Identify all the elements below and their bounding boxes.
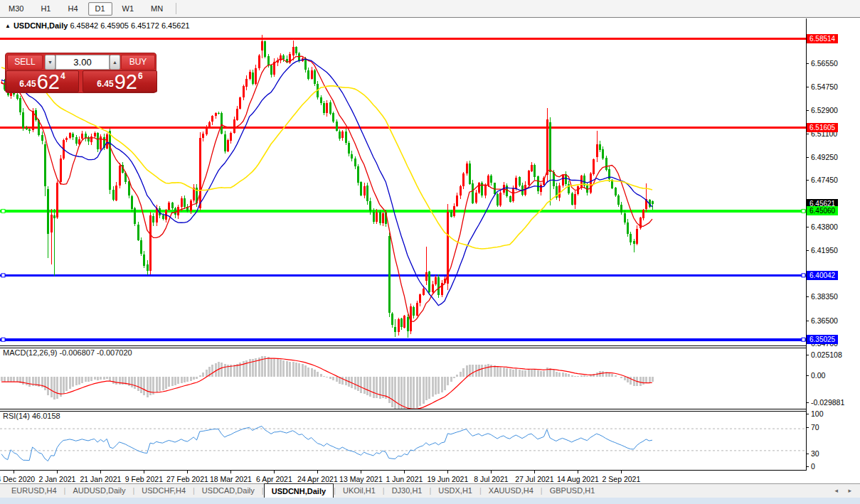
sell-price-big: 62 (37, 73, 60, 91)
candle-body (320, 97, 322, 103)
candle-body (533, 165, 536, 177)
ma-line-8 (1, 56, 652, 321)
candle-body (282, 55, 285, 59)
candle-body (270, 65, 272, 75)
volume-increase-button[interactable]: ▲ (110, 55, 120, 70)
candle-body (202, 134, 204, 138)
chart-tab-ukoil[interactable]: UKOil,H1 (336, 484, 383, 498)
candle-body (441, 283, 443, 295)
chart-tab-usdchf[interactable]: USDCHF,H4 (134, 484, 193, 498)
chart-tab-dj30[interactable]: DJ30,H1 (385, 484, 430, 498)
timeframe-button-mn[interactable]: MN (144, 2, 170, 16)
sell-button[interactable]: SELL (7, 55, 43, 70)
candle-body (323, 103, 325, 113)
candle-body (97, 133, 99, 149)
candle-body (72, 134, 74, 137)
candle-body (252, 73, 254, 84)
candle-body (341, 132, 344, 139)
candle-body (425, 272, 428, 282)
chart-tab-eurusd[interactable]: EURUSD,H4 (4, 484, 64, 498)
candle-body (608, 169, 610, 179)
volume-decrease-button[interactable]: ▼ (45, 55, 55, 70)
candle-body (143, 254, 145, 266)
hline-handle[interactable] (802, 274, 805, 277)
candle-body (156, 208, 158, 222)
candle-body (531, 165, 533, 171)
buy-price-display[interactable]: 6.45 92 6 (83, 70, 157, 92)
candle-body (56, 183, 58, 218)
candle-body (267, 56, 270, 65)
timeframe-button-w1[interactable]: W1 (115, 2, 142, 16)
candle-body (437, 277, 440, 295)
candle-body (515, 178, 517, 189)
hline-handle[interactable] (1, 274, 5, 277)
candle-body (78, 139, 80, 144)
candle-body (329, 102, 331, 114)
timeframe-button-h4[interactable]: H4 (60, 2, 85, 16)
candle-body (351, 154, 353, 159)
candle-body (633, 241, 635, 244)
candle-body (69, 133, 71, 138)
chart-tab-xauusd[interactable]: XAUUSD,H4 (482, 484, 541, 498)
candle-body (546, 119, 548, 174)
candle-body (51, 215, 53, 232)
candle-body (456, 195, 458, 206)
candle-body (233, 119, 235, 133)
sell-price-small: 6.45 (19, 79, 36, 89)
candle-body (332, 113, 334, 121)
candle-body (184, 198, 186, 206)
candle-body (490, 176, 492, 183)
hline-handle[interactable] (802, 209, 805, 213)
chart-tab-bar: EURUSD,H4|AUDUSD,Daily|USDCHF,H4|USDCAD,… (0, 483, 860, 498)
candle-body (81, 134, 83, 139)
candle-body (60, 159, 62, 182)
candle-body (590, 173, 592, 193)
candle-body (400, 318, 403, 327)
candle-body (128, 181, 130, 195)
candle-body (391, 313, 393, 326)
timeframe-toolbar: M30H1H4D1W1MN (0, 0, 860, 18)
candle-body (336, 122, 338, 131)
candle-body (245, 79, 248, 87)
candle-body (512, 188, 514, 201)
timeframe-button-h1[interactable]: H1 (33, 2, 58, 16)
candle-body (348, 143, 350, 153)
candle-body (224, 134, 226, 151)
candle-body (499, 193, 501, 205)
candle-body (261, 41, 263, 50)
candle-body (423, 289, 425, 294)
chart-tab-gbpusd[interactable]: GBPUSD,H1 (543, 484, 602, 498)
volume-input[interactable] (55, 55, 110, 70)
timeframe-button-d1[interactable]: D1 (88, 2, 112, 16)
chart-tab-audusd[interactable]: AUDUSD,Daily (65, 484, 132, 498)
hline-handle[interactable] (1, 338, 5, 341)
hline-handle[interactable] (1, 209, 5, 213)
candle-body (453, 206, 455, 216)
hline-handle[interactable] (802, 338, 805, 341)
candle-body (249, 72, 251, 79)
candle-body (605, 158, 607, 169)
candle-body (360, 182, 362, 195)
candle-body (630, 234, 632, 242)
candle-body (636, 229, 638, 244)
candle-body (549, 122, 551, 172)
candle-body (497, 194, 499, 205)
candle-body (540, 185, 542, 192)
candle-body (199, 138, 201, 208)
candle-body (373, 212, 375, 222)
buy-button[interactable]: BUY (121, 55, 155, 70)
candle-body (307, 70, 309, 79)
chart-tab-usdcad[interactable]: USDCAD,Daily (195, 484, 262, 498)
timeframe-button-m30[interactable]: M30 (1, 2, 31, 16)
toolbar-separator (176, 3, 176, 14)
chart-window: ▲USDCNH,Daily 6.45842 6.45905 6.45172 6.… (0, 18, 860, 483)
candle-body (109, 131, 111, 190)
candle-body (642, 210, 644, 218)
candle-body (22, 112, 24, 129)
chart-tab-usdx[interactable]: USDX,H1 (431, 484, 479, 498)
candle-body (326, 103, 328, 114)
sell-price-display[interactable]: 6.45 62 4 (6, 70, 79, 92)
candle-body (416, 303, 418, 316)
tab-scroll-arrows[interactable]: ◂ ▸ (834, 484, 856, 498)
chart-tab-usdcnh[interactable]: USDCNH,Daily (264, 483, 334, 498)
